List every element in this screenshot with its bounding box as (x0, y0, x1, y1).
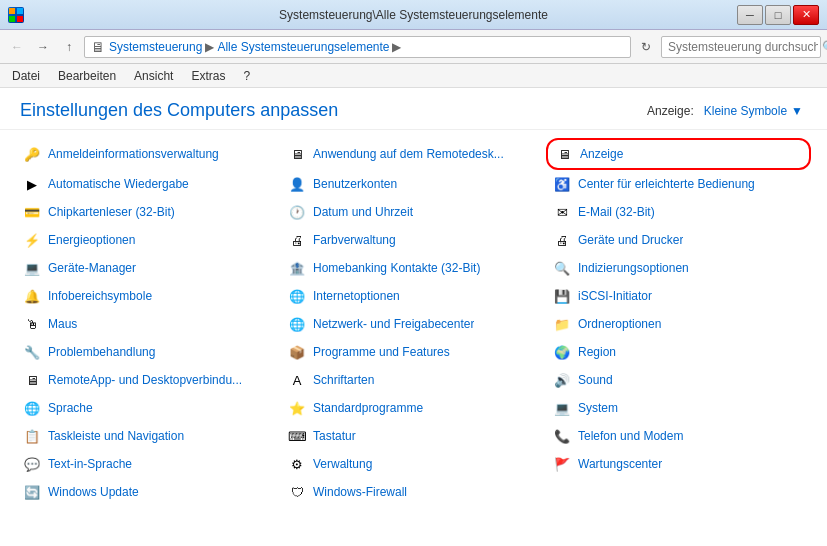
list-item[interactable]: ⭐Standardprogramme (281, 394, 546, 422)
list-item[interactable]: 🌐Netzwerk- und Freigabecenter (281, 310, 546, 338)
main-area: Einstellungen des Computers anpassen Anz… (0, 88, 827, 546)
path-part-1[interactable]: Systemsteuerung (109, 40, 202, 54)
item-label: Center für erleichterte Bedienung (578, 177, 755, 191)
svg-rect-3 (17, 16, 23, 22)
list-item[interactable]: 📦Programme und Features (281, 338, 546, 366)
item-icon: 📋 (22, 426, 42, 446)
items-grid: 🔑Anmeldeinformationsverwaltung🖥Anwendung… (0, 130, 827, 514)
item-icon: ⚡ (22, 230, 42, 250)
list-item[interactable]: 🚩Wartungscenter (546, 450, 811, 478)
search-input[interactable] (668, 40, 818, 54)
list-item[interactable]: 🖥RemoteApp- und Desktopverbindu... (16, 366, 281, 394)
item-label: Geräte-Manager (48, 261, 136, 275)
title-bar: Systemsteuerung\Alle Systemsteuerungsele… (0, 0, 827, 30)
list-item[interactable]: 🌐Sprache (16, 394, 281, 422)
item-icon: 🔧 (22, 342, 42, 362)
list-item[interactable]: ASchriftarten (281, 366, 546, 394)
list-item[interactable]: ⚙Verwaltung (281, 450, 546, 478)
item-icon: A (287, 370, 307, 390)
item-icon: 🌐 (22, 398, 42, 418)
menu-datei[interactable]: Datei (4, 67, 48, 85)
list-item[interactable]: 🖨Geräte und Drucker (546, 226, 811, 254)
item-label: Farbverwaltung (313, 233, 396, 247)
maximize-button[interactable]: □ (765, 5, 791, 25)
item-icon: 👤 (287, 174, 307, 194)
item-label: Wartungscenter (578, 457, 662, 471)
list-item[interactable]: 💻Geräte-Manager (16, 254, 281, 282)
list-item[interactable]: 💳Chipkartenleser (32-Bit) (16, 198, 281, 226)
path-part-2[interactable]: Alle Systemsteuerungselemente (217, 40, 389, 54)
list-item[interactable]: 🌐Internetoptionen (281, 282, 546, 310)
window-controls: ─ □ ✕ (737, 5, 819, 25)
menu-help[interactable]: ? (235, 67, 258, 85)
item-label: Anzeige (580, 147, 623, 161)
item-icon: 📦 (287, 342, 307, 362)
item-label: Anmeldeinformationsverwaltung (48, 147, 219, 161)
refresh-button[interactable]: ↻ (635, 36, 657, 58)
item-icon: ⚙ (287, 454, 307, 474)
item-icon: 🔔 (22, 286, 42, 306)
item-label: Automatische Wiedergabe (48, 177, 189, 191)
view-selector: Anzeige: Kleine Symbole ▼ (647, 102, 807, 120)
item-label: Datum und Uhrzeit (313, 205, 413, 219)
item-icon: 🚩 (552, 454, 572, 474)
up-button[interactable]: ↑ (58, 36, 80, 58)
item-label: Programme und Features (313, 345, 450, 359)
list-item[interactable]: 🌍Region (546, 338, 811, 366)
view-label: Anzeige: (647, 104, 694, 118)
view-dropdown[interactable]: Kleine Symbole ▼ (700, 102, 807, 120)
list-item[interactable]: 🔑Anmeldeinformationsverwaltung (16, 138, 281, 170)
item-icon: 💬 (22, 454, 42, 474)
item-icon: ♿ (552, 174, 572, 194)
item-icon: 💻 (552, 398, 572, 418)
item-icon: 🔍 (552, 258, 572, 278)
back-button[interactable]: ← (6, 36, 28, 58)
list-item[interactable]: ✉E-Mail (32-Bit) (546, 198, 811, 226)
list-item[interactable]: 🖥Anwendung auf dem Remotedesk... (281, 138, 546, 170)
forward-button[interactable]: → (32, 36, 54, 58)
list-item[interactable]: 🖥Anzeige (546, 138, 811, 170)
item-icon: 🖥 (287, 144, 307, 164)
list-item[interactable]: ⚡Energieoptionen (16, 226, 281, 254)
item-label: Sound (578, 373, 613, 387)
item-label: Chipkartenleser (32-Bit) (48, 205, 175, 219)
search-box[interactable]: 🔍 (661, 36, 821, 58)
list-item[interactable]: 🔧Problembehandlung (16, 338, 281, 366)
list-item[interactable]: 🔔Infobereichsymbole (16, 282, 281, 310)
close-button[interactable]: ✕ (793, 5, 819, 25)
item-icon: 💾 (552, 286, 572, 306)
item-label: Text-in-Sprache (48, 457, 132, 471)
item-icon: 📁 (552, 314, 572, 334)
list-item[interactable]: 🕐Datum und Uhrzeit (281, 198, 546, 226)
list-item[interactable]: 💾iSCSI-Initiator (546, 282, 811, 310)
top-bar: Einstellungen des Computers anpassen Anz… (0, 88, 827, 130)
item-label: Netzwerk- und Freigabecenter (313, 317, 474, 331)
list-item[interactable]: 📋Taskleiste und Navigation (16, 422, 281, 450)
list-item[interactable]: ▶Automatische Wiedergabe (16, 170, 281, 198)
item-label: Indizierungsoptionen (578, 261, 689, 275)
list-item[interactable]: 💻System (546, 394, 811, 422)
menu-extras[interactable]: Extras (183, 67, 233, 85)
list-item[interactable]: 🔊Sound (546, 366, 811, 394)
list-item[interactable]: 🖱Maus (16, 310, 281, 338)
list-item[interactable]: 🔍Indizierungsoptionen (546, 254, 811, 282)
list-item[interactable]: 🖨Farbverwaltung (281, 226, 546, 254)
list-item[interactable]: 🔄Windows Update (16, 478, 281, 506)
menu-bearbeiten[interactable]: Bearbeiten (50, 67, 124, 85)
item-label: Standardprogramme (313, 401, 423, 415)
list-item[interactable]: 📞Telefon und Modem (546, 422, 811, 450)
item-label: Telefon und Modem (578, 429, 683, 443)
list-item[interactable]: ⌨Tastatur (281, 422, 546, 450)
list-item[interactable]: 📁Ordneroptionen (546, 310, 811, 338)
item-icon: 🌐 (287, 314, 307, 334)
list-item[interactable]: ♿Center für erleichterte Bedienung (546, 170, 811, 198)
item-icon: ⌨ (287, 426, 307, 446)
list-item[interactable]: 🏦Homebanking Kontakte (32-Bit) (281, 254, 546, 282)
menu-ansicht[interactable]: Ansicht (126, 67, 181, 85)
list-item[interactable]: 👤Benutzerkonten (281, 170, 546, 198)
list-item[interactable]: 🛡Windows-Firewall (281, 478, 546, 506)
item-label: Taskleiste und Navigation (48, 429, 184, 443)
item-label: Benutzerkonten (313, 177, 397, 191)
minimize-button[interactable]: ─ (737, 5, 763, 25)
list-item[interactable]: 💬Text-in-Sprache (16, 450, 281, 478)
